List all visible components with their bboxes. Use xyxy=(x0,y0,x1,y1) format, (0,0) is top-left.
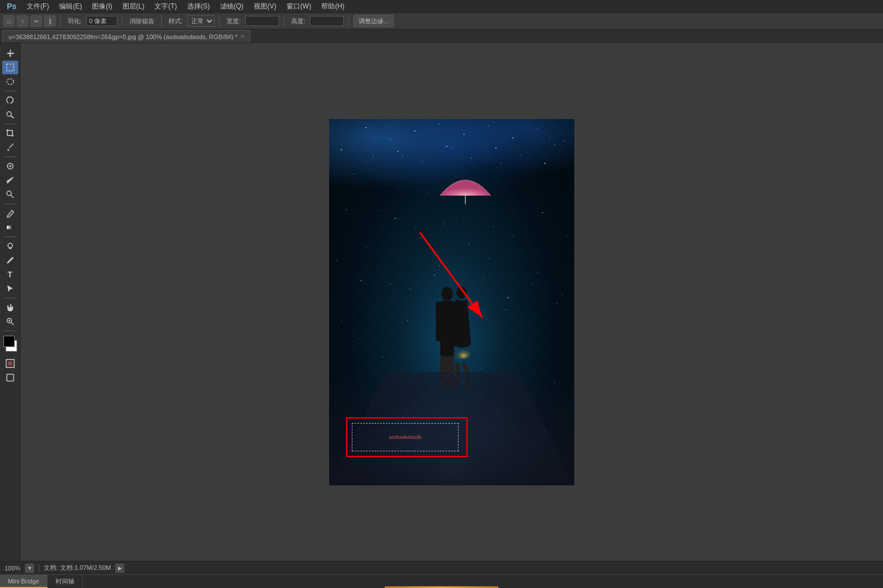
menu-bar: Ps 文件(F) 编辑(E) 图像(I) 图层(L) 文字(T) 选择(S) 滤… xyxy=(0,0,883,12)
anti-alias-label: 消除锯齿 xyxy=(127,17,157,26)
tool-hand[interactable] xyxy=(2,301,18,314)
umbrella-container xyxy=(437,164,494,206)
menu-edit[interactable]: 编辑(E) xyxy=(54,1,86,12)
ps-logo: Ps xyxy=(2,2,21,11)
toolbar: □ ○ ═ ‖ 羽化: 消除锯齿 样式: 正常 宽度: 高度: 调整边缘... xyxy=(0,12,883,29)
toolbar-divider-1 xyxy=(60,15,61,27)
tool-separator-2 xyxy=(3,124,17,124)
menu-help[interactable]: 帮助(H) xyxy=(317,1,349,12)
tab-filename: u=3638812661,42783092258fm=26&gp=0.jpg @… xyxy=(9,33,238,40)
tool-dodge[interactable] xyxy=(2,239,18,253)
tool-quick-select[interactable] xyxy=(2,108,18,121)
menu-image[interactable]: 图像(I) xyxy=(87,1,116,12)
tool-separator-3 xyxy=(3,156,17,157)
tool-zoom[interactable] xyxy=(2,315,18,328)
selection-box: asdsadsdasds xyxy=(346,417,468,457)
umbrella-svg xyxy=(437,164,494,204)
toolbar-shape-ellipse[interactable]: ○ xyxy=(17,15,28,27)
menu-filter[interactable]: 滤镜(Q) xyxy=(216,1,248,12)
menu-file[interactable]: 文件(F) xyxy=(22,1,53,12)
tool-marquee-rect[interactable] xyxy=(2,61,18,74)
tool-crop[interactable] xyxy=(2,126,18,140)
mini-bridge-label: Mini Bridge xyxy=(8,578,39,585)
scene-background: asdsadsdasds xyxy=(329,119,574,485)
menu-select[interactable]: 选择(S) xyxy=(183,1,215,12)
toolbar-divider-2 xyxy=(122,15,123,27)
left-tool-panel: T xyxy=(0,43,20,561)
svg-point-23 xyxy=(450,342,473,359)
tool-eyedropper[interactable] xyxy=(2,141,18,154)
tool-separator-7 xyxy=(3,331,17,331)
zoom-display: 100% xyxy=(5,565,20,572)
style-select[interactable]: 正常 xyxy=(187,15,215,27)
adjust-edge-button[interactable]: 调整边缘... xyxy=(354,15,394,27)
svg-rect-7 xyxy=(7,226,14,229)
svg-point-8 xyxy=(8,243,12,248)
svg-point-2 xyxy=(7,112,11,116)
panel-tab-timeline[interactable]: 时间轴 xyxy=(48,575,83,588)
tool-clone[interactable] xyxy=(2,188,18,201)
tool-lasso[interactable] xyxy=(2,94,18,107)
toolbar-divider-6 xyxy=(348,15,349,27)
svg-point-5 xyxy=(7,182,9,184)
tool-screen-mode[interactable] xyxy=(2,371,18,384)
doc-info-arrow[interactable]: ▶ xyxy=(115,564,124,573)
svg-rect-18 xyxy=(436,302,442,341)
doc-info: 文档: 文档:1.07M/2.50M xyxy=(44,564,111,572)
tab-close-button[interactable]: × xyxy=(241,33,245,40)
doc-size: 文档:1.07M/2.50M xyxy=(60,564,111,572)
tool-pen[interactable] xyxy=(2,253,18,267)
foreground-color-swatch[interactable] xyxy=(3,336,15,347)
width-input[interactable] xyxy=(245,16,279,26)
tool-gradient[interactable] xyxy=(2,221,18,234)
tool-separator-5 xyxy=(3,236,17,237)
height-label: 高度: xyxy=(289,17,308,26)
menu-layer[interactable]: 图层(L) xyxy=(118,1,149,12)
zoom-options-button[interactable]: ▼ xyxy=(25,564,34,573)
svg-point-16 xyxy=(442,287,453,301)
toolbar-divider-3 xyxy=(161,15,162,27)
tool-healing[interactable] xyxy=(2,159,18,173)
color-swatches[interactable] xyxy=(2,336,18,352)
bottom-panel-bar: Mini Bridge 时间轴 xyxy=(0,574,883,588)
tool-brush[interactable] xyxy=(2,174,18,187)
toolbar-divider-5 xyxy=(284,15,284,27)
canvas-image: asdsadsdasds xyxy=(329,119,574,485)
tool-path-select[interactable] xyxy=(2,282,18,295)
tool-move[interactable] xyxy=(2,46,18,60)
svg-line-3 xyxy=(11,116,14,119)
toolbar-shape-col[interactable]: ‖ xyxy=(44,15,56,27)
svg-point-6 xyxy=(7,191,11,196)
feather-input[interactable] xyxy=(86,16,117,26)
toolbar-shape-rect[interactable]: □ xyxy=(3,15,15,27)
tool-separator-1 xyxy=(3,91,17,91)
svg-line-11 xyxy=(11,323,13,325)
toolbar-shape-row[interactable]: ═ xyxy=(31,15,42,27)
panel-tab-mini-bridge[interactable]: Mini Bridge xyxy=(0,575,48,588)
tool-type[interactable]: T xyxy=(2,268,18,281)
canvas-image-container: asdsadsdasds xyxy=(329,119,574,485)
timeline-label: 时间轴 xyxy=(56,577,74,586)
doc-label: 文档: xyxy=(44,564,58,572)
svg-rect-0 xyxy=(7,64,14,71)
style-label: 样式: xyxy=(166,17,185,26)
tool-separator-6 xyxy=(3,298,17,298)
menu-window[interactable]: 窗口(W) xyxy=(282,1,316,12)
tool-eraser[interactable] xyxy=(2,206,18,220)
width-label: 宽度: xyxy=(224,17,243,26)
menu-text[interactable]: 文字(T) xyxy=(150,1,181,12)
tool-marquee-ellipse[interactable] xyxy=(2,75,18,88)
menu-view[interactable]: 视图(V) xyxy=(249,1,281,12)
svg-point-1 xyxy=(7,79,14,84)
zoom-value: 100% xyxy=(5,565,20,572)
svg-point-22 xyxy=(456,286,466,299)
tool-quick-mask[interactable] xyxy=(2,357,18,370)
document-tab[interactable]: u=3638812661,42783092258fm=26&gp=0.jpg @… xyxy=(2,30,250,43)
selection-text: asdsadsdasds xyxy=(389,434,422,440)
status-divider-1 xyxy=(39,564,39,572)
height-input[interactable] xyxy=(310,16,344,26)
selection-dashed-border: asdsadsdasds xyxy=(352,423,459,451)
svg-point-13 xyxy=(8,361,12,366)
canvas-area: asdsadsdasds xyxy=(20,43,883,561)
tab-bar: u=3638812661,42783092258fm=26&gp=0.jpg @… xyxy=(0,29,883,43)
